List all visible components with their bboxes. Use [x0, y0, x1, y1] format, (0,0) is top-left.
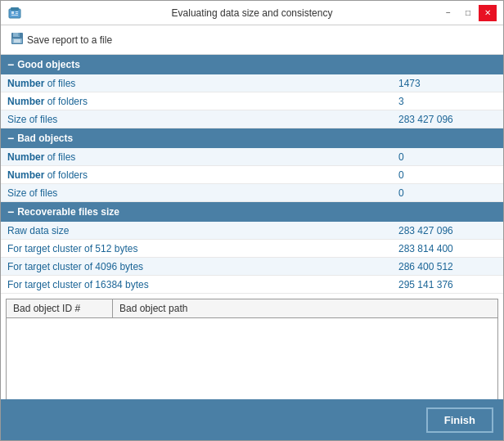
save-report-button[interactable]: Save report to a file — [7, 30, 115, 49]
svg-rect-2 — [11, 11, 14, 14]
col-id-header: Bad object ID # — [7, 299, 113, 317]
cluster-16384-value: 295 141 376 — [398, 279, 497, 290]
raw-data-label: Raw data size — [7, 225, 398, 236]
bad-num-files-row: Number of files 0 — [1, 148, 503, 166]
cluster-512-label: For target cluster of 512 bytes — [7, 243, 398, 254]
maximize-button[interactable]: □ — [459, 5, 477, 21]
bad-num-folders-value: 0 — [398, 169, 497, 181]
bad-size-files-label: Size of files — [7, 187, 398, 199]
finish-button[interactable]: Finish — [426, 407, 493, 433]
good-num-files-value: 1473 — [398, 78, 497, 89]
raw-data-row: Raw data size 283 427 096 — [1, 222, 503, 240]
save-icon — [11, 32, 24, 47]
footer: Finish — [1, 399, 503, 440]
good-objects-title: Good objects — [17, 59, 80, 70]
minimize-button[interactable]: − — [439, 5, 457, 21]
toolbar: Save report to a file — [1, 25, 503, 55]
svg-rect-3 — [16, 11, 18, 12]
good-size-files-label: Size of files — [7, 114, 398, 125]
bad-num-files-value: 0 — [398, 151, 497, 163]
cluster-16384-row: For target cluster of 16384 bytes 295 14… — [1, 276, 503, 294]
svg-rect-10 — [14, 39, 20, 43]
main-window: Evaluating data size and consistency − □… — [0, 0, 504, 441]
svg-rect-4 — [16, 13, 18, 14]
cluster-4096-row: For target cluster of 4096 bytes 286 400… — [1, 258, 503, 276]
good-num-folders-row: Number of folders 3 — [1, 92, 503, 110]
bad-objects-table-body — [6, 318, 498, 399]
collapse-bad-icon[interactable]: − — [7, 132, 14, 145]
bad-size-files-value: 0 — [398, 187, 497, 199]
bad-objects-header: − Bad objects — [1, 128, 503, 148]
svg-rect-1 — [11, 7, 19, 11]
good-num-files-label: Number of files — [7, 78, 398, 89]
good-num-folders-value: 3 — [398, 96, 497, 107]
title-bar-left — [7, 6, 22, 20]
svg-rect-5 — [11, 15, 18, 16]
svg-rect-8 — [18, 33, 20, 36]
collapse-good-icon[interactable]: − — [7, 58, 14, 71]
window-controls: − □ ✕ — [439, 5, 497, 21]
col-path-header: Bad object path — [113, 299, 497, 317]
cluster-4096-label: For target cluster of 4096 bytes — [7, 261, 398, 272]
bad-size-files-row: Size of files 0 — [1, 184, 503, 202]
app-icon — [7, 6, 22, 20]
cluster-512-value: 283 814 400 — [398, 243, 497, 254]
content-area: − Good objects Number of files 1473 Numb… — [1, 55, 503, 399]
close-button[interactable]: ✕ — [479, 5, 497, 21]
window-title: Evaluating data size and consistency — [172, 7, 333, 19]
cluster-4096-value: 286 400 512 — [398, 261, 497, 272]
bad-objects-title: Bad objects — [17, 133, 73, 144]
good-num-files-row: Number of files 1473 — [1, 74, 503, 92]
title-bar: Evaluating data size and consistency − □… — [1, 1, 503, 25]
recoverable-title: Recoverable files size — [17, 206, 119, 218]
bad-num-folders-label: Number of folders — [7, 169, 398, 181]
raw-data-value: 283 427 096 — [398, 225, 497, 236]
good-size-files-value: 283 427 096 — [398, 114, 497, 125]
good-size-files-row: Size of files 283 427 096 — [1, 110, 503, 128]
cluster-16384-label: For target cluster of 16384 bytes — [7, 279, 398, 290]
bad-num-folders-row: Number of folders 0 — [1, 166, 503, 184]
good-objects-header: − Good objects — [1, 55, 503, 74]
collapse-recoverable-icon[interactable]: − — [7, 205, 14, 218]
save-label: Save report to a file — [27, 34, 112, 46]
good-num-folders-label: Number of folders — [7, 96, 398, 107]
cluster-512-row: For target cluster of 512 bytes 283 814 … — [1, 240, 503, 258]
bad-objects-table-header: Bad object ID # Bad object path — [6, 299, 498, 318]
recoverable-header: − Recoverable files size — [1, 202, 503, 222]
bad-num-files-label: Number of files — [7, 151, 398, 163]
